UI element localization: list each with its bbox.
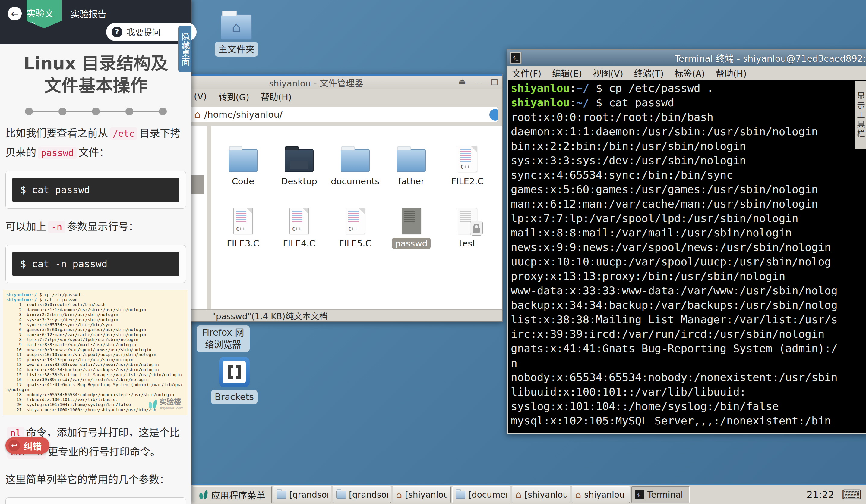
text-run: 更专业的行号打印命令。	[48, 446, 160, 458]
brackets-icon	[219, 357, 250, 387]
task-button-label: Terminal ...	[647, 490, 686, 500]
text-file-icon	[458, 208, 477, 234]
window-title: Terminal 终端 - shiyanlou@71ed3caed892:	[525, 51, 866, 65]
cpp-file-icon: C++	[233, 208, 253, 234]
desktop-icon-home-folder[interactable]: ⌂ 主文件夹	[215, 14, 258, 57]
file-icon-zone: C++	[458, 134, 477, 172]
terminal-line: mail:x:8:8:mail:/var/mail:/usr/sbin/nolo…	[511, 226, 866, 240]
file-icon-zone	[229, 134, 257, 172]
back-button[interactable]: ←	[8, 7, 22, 21]
file-item-FILE2.C[interactable]: C++FILE2.C	[439, 134, 496, 195]
file-item-FILE5.C[interactable]: C++FILE5.C	[327, 195, 383, 257]
text-run: 比如我们要查看之前从	[5, 127, 108, 139]
taskbar-task-button[interactable]: ⌂[shiyanlou - ...	[392, 486, 451, 503]
menu-item[interactable]: 标签(A)	[675, 67, 705, 79]
minimize-button[interactable]: －	[474, 77, 482, 88]
menu-item[interactable]: 转到(G)	[218, 90, 249, 103]
tab-experiment-report[interactable]: 实验报告	[70, 7, 107, 20]
maximize-button[interactable]: □	[491, 77, 498, 88]
prompt-user: shiyanlou	[511, 82, 569, 94]
side-pane-scrollbar-thumb[interactable]	[190, 175, 204, 194]
stepper-dot[interactable]	[125, 107, 133, 115]
page-fold	[303, 208, 309, 214]
terminal-line: lp:x:7:7:lp:/var/spool/lpd:/usr/sbin/nol…	[511, 211, 866, 226]
shade-button[interactable]: ⏏	[459, 77, 466, 88]
terminal-icon: $_	[635, 490, 644, 500]
stepper-line	[133, 111, 159, 112]
cpp-badge: C++	[460, 164, 470, 170]
menu-item[interactable]: 文件(F)	[512, 67, 541, 79]
keyboard-icon[interactable]: ⌨	[842, 488, 862, 502]
menu-item[interactable]: 帮助(H)	[261, 90, 291, 103]
terminal-titlebar[interactable]: $_ Terminal 终端 - shiyanlou@71ed3caed892:	[507, 50, 866, 66]
prompt-path: ~/	[576, 82, 589, 94]
folder-icon	[341, 149, 370, 172]
show-toolbar-tab[interactable]: 显示工具栏	[855, 81, 866, 149]
file-item-FILE4.C[interactable]: C++FILE4.C	[271, 195, 327, 257]
screenshot-text: shiyanlou:~/ $ cp /etc/passwd . shiyanlo…	[6, 292, 184, 412]
file-item-label: FILE5.C	[336, 238, 375, 249]
pane-splitter[interactable]	[207, 126, 211, 309]
file-item-label: father	[395, 176, 428, 187]
lock-icon	[470, 220, 483, 236]
menu-item[interactable]: 终端(T)	[634, 67, 664, 79]
taskbar-task-button[interactable]: $_Terminal ...	[631, 486, 690, 503]
terminal-line: n	[511, 356, 866, 370]
terminal-screen[interactable]: shiyanlou:~/ $ cp /etc/passwd .shiyanlou…	[508, 80, 866, 433]
file-item-father[interactable]: father	[383, 134, 439, 195]
text-run: 这里简单列举它的常用的几个参数：	[5, 473, 169, 485]
folder-icon	[336, 491, 346, 499]
applications-menu-button[interactable]: 应用程序菜单	[193, 486, 272, 503]
file-item-label: Code	[229, 176, 257, 187]
terminal-menubar: 文件(F)编辑(E)视图(V)终端(T)标签(A)帮助(H)	[507, 66, 866, 80]
file-item-label: FILE4.C	[280, 238, 319, 249]
terminal-line: shiyanlou:~/ $ cat passwd	[511, 95, 866, 110]
address-bar[interactable]: ⌂ /home/shiyanlou/	[190, 107, 498, 122]
menu-item[interactable]: (V)	[194, 91, 207, 102]
report-error-button[interactable]: ↩ 纠错	[5, 437, 49, 454]
stepper-dot[interactable]	[25, 107, 33, 115]
home-folder-icon: ⌂	[221, 14, 252, 40]
taskbar-task-button[interactable]: ⌂shiyanlou - ...	[572, 486, 630, 503]
page-fold	[247, 208, 252, 214]
file-item-passwd[interactable]: passwd	[383, 195, 439, 257]
file-item-documents[interactable]: documents	[327, 134, 383, 195]
home-icon: ⌂	[232, 19, 241, 36]
file-item-FILE3.C[interactable]: C++FILE3.C	[215, 195, 271, 257]
text-file-icon-selected	[402, 208, 421, 234]
code-block: 指定添加行号的方式，主要有 两种:	[5, 497, 186, 504]
hide-desktop-tab[interactable]: 隐藏桌面	[178, 26, 191, 72]
menu-item[interactable]: 视图(V)	[593, 67, 623, 79]
inline-code: passwd	[38, 147, 77, 159]
stepper-dot[interactable]	[58, 107, 66, 115]
desktop-icon-firefox[interactable]: Firefox 网络浏览器	[197, 323, 250, 352]
progress-stepper[interactable]	[25, 107, 167, 115]
taskbar-task-button[interactable]: [grandson - ...	[333, 486, 391, 503]
terminal-line: syslog:x:101:104::/home/syslog:/bin/fals…	[511, 399, 866, 414]
stepper-line	[33, 111, 58, 112]
page-lines	[292, 211, 302, 224]
tab-experiment-doc[interactable]: 实验文档	[26, 0, 62, 28]
shell-prompt: shiyanlou:~/	[6, 292, 37, 297]
terminal-line: www-data:x:33:33:www-data:/var/www:/usr/…	[511, 284, 866, 298]
terminal-line: games:x:5:60:games:/usr/games:/usr/sbin/…	[511, 182, 866, 197]
stepper-dot[interactable]	[159, 107, 167, 115]
stepper-line	[66, 111, 92, 112]
file-item-Code[interactable]: Code	[215, 134, 271, 195]
desktop-icon-label: Firefox 网络浏览器	[197, 325, 250, 352]
taskbar-task-button[interactable]: [documents - ...	[452, 486, 511, 503]
page-title: Linux 目录结构及文件基本操作	[5, 52, 186, 97]
stepper-dot[interactable]	[92, 107, 100, 115]
taskbar-task-button[interactable]: [grandson - ...	[273, 486, 331, 503]
terminal-line: proxy:x:13:13:proxy:/bin:/usr/sbin/nolog…	[511, 269, 866, 284]
taskbar-task-button[interactable]: ⌂[shiyanlou - ...	[512, 486, 570, 503]
task-button-label: [documents - ...	[468, 490, 507, 500]
code-block: $ cat passwd	[5, 171, 186, 209]
page-lines	[348, 211, 358, 224]
menu-item[interactable]: 编辑(E)	[552, 67, 582, 79]
file-icon-zone: C++	[233, 195, 253, 234]
file-item-test[interactable]: test	[439, 195, 496, 257]
desktop-icon-brackets[interactable]: Brackets	[211, 357, 257, 404]
menu-item[interactable]: 帮助(H)	[716, 67, 747, 79]
file-item-Desktop[interactable]: Desktop	[271, 134, 327, 195]
